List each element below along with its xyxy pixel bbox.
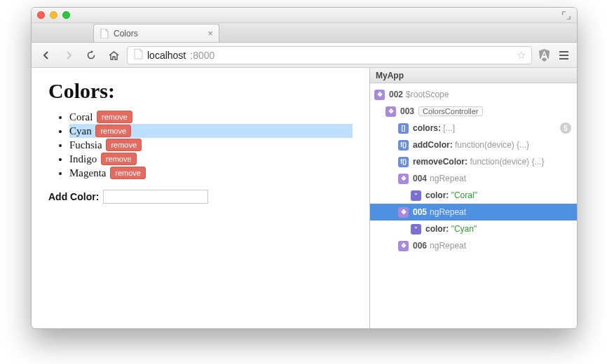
list-item: Fuchsia remove	[69, 138, 353, 152]
color-list: Coral remove Cyan remove Fuchsia remove …	[69, 110, 353, 180]
remove-button[interactable]: remove	[95, 125, 131, 137]
scope-icon: ❖	[398, 207, 409, 218]
prop-val: [...]	[443, 123, 455, 133]
fullscreen-icon[interactable]	[561, 10, 571, 20]
scope-tree: ❖ 002 $rootScope ❖ 003 ColorsController …	[370, 83, 577, 257]
tab-close-icon[interactable]: ×	[207, 28, 213, 38]
scope-icon: ❖	[398, 174, 409, 184]
tab-title: Colors	[114, 29, 138, 38]
bookmark-icon[interactable]: ☆	[517, 49, 526, 62]
add-color-row: Add Color:	[48, 190, 353, 204]
prop-key: addColor:	[413, 140, 453, 150]
reload-button[interactable]	[82, 47, 100, 64]
angular-extension-icon[interactable]	[536, 48, 552, 63]
url-port: :8000	[190, 50, 214, 61]
browser-window: Colors × localhost:8000 ☆	[31, 7, 578, 329]
color-name: Magenta	[69, 167, 106, 178]
scope-icon: ❖	[374, 90, 385, 100]
list-item: Indigo remove	[69, 152, 353, 166]
back-button[interactable]	[37, 47, 55, 64]
count-badge: 5	[560, 122, 571, 134]
prop-key: colors:	[413, 123, 441, 133]
close-window-icon[interactable]	[37, 11, 45, 19]
prop-val: function(device) {...}	[455, 140, 529, 150]
scope-id: 004	[413, 174, 427, 183]
remove-button[interactable]: remove	[106, 139, 142, 151]
zoom-window-icon[interactable]	[62, 11, 70, 19]
color-name: Coral	[69, 111, 93, 122]
tree-row-color-var[interactable]: " color: "Cyan"	[370, 220, 577, 237]
home-button[interactable]	[104, 47, 123, 64]
list-item: Coral remove	[69, 110, 353, 124]
tree-row-ngrepeat[interactable]: ❖ 005 ngRepeat	[370, 204, 577, 220]
list-item: Cyan remove	[69, 124, 353, 138]
variable-icon: "	[411, 224, 421, 234]
toolbar: localhost:8000 ☆	[32, 43, 577, 68]
prop-val: "Coral"	[451, 190, 477, 200]
color-name: Cyan	[69, 125, 92, 136]
page-heading: Colors:	[48, 79, 353, 103]
scope-id: 003	[400, 106, 414, 116]
address-bar[interactable]: localhost:8000 ☆	[127, 46, 532, 64]
function-icon: f()	[398, 140, 409, 150]
page-icon	[100, 29, 109, 38]
scope-label: ngRepeat	[430, 241, 466, 251]
tree-row-ngrepeat[interactable]: ❖ 004 ngRepeat	[370, 170, 577, 187]
tree-row-prop-addcolor[interactable]: f() addColor: function(device) {...}	[370, 136, 577, 153]
add-color-input[interactable]	[103, 190, 208, 204]
app-name: MyApp	[376, 71, 404, 80]
function-icon: f()	[398, 157, 409, 167]
remove-button[interactable]: remove	[97, 111, 132, 123]
devtools-panel: MyApp ❖ 002 $rootScope ❖ 003 ColorsContr…	[369, 68, 577, 328]
prop-key: removeColor:	[413, 157, 468, 167]
color-name: Fuchsia	[69, 139, 102, 150]
tree-row-ngrepeat[interactable]: ❖ 006 ngRepeat	[370, 237, 577, 254]
site-info-icon[interactable]	[133, 48, 143, 62]
devtools-header: MyApp	[370, 68, 577, 83]
remove-button[interactable]: remove	[110, 167, 146, 179]
titlebar	[32, 8, 577, 23]
content-area: Colors: Coral remove Cyan remove Fuchsia…	[32, 68, 577, 328]
scope-label: $rootScope	[406, 90, 449, 99]
variable-icon: "	[411, 190, 421, 201]
prop-val: function(device) {...}	[470, 157, 544, 167]
tree-row-color-var[interactable]: " color: "Coral"	[370, 187, 577, 204]
tree-row-rootscope[interactable]: ❖ 002 $rootScope	[370, 86, 577, 103]
url-host: localhost	[147, 50, 186, 61]
tree-row-prop-removecolor[interactable]: f() removeColor: function(device) {...}	[370, 153, 577, 170]
tab-colors[interactable]: Colors ×	[93, 24, 219, 42]
minimize-window-icon[interactable]	[50, 11, 57, 19]
remove-button[interactable]: remove	[101, 153, 137, 165]
scope-label: ngRepeat	[430, 174, 466, 183]
color-name: Indigo	[69, 153, 97, 164]
scope-label: ngRepeat	[430, 207, 466, 217]
page: Colors: Coral remove Cyan remove Fuchsia…	[32, 68, 369, 328]
add-color-label: Add Color:	[48, 191, 99, 202]
scope-icon: ❖	[386, 106, 396, 117]
tree-row-controller[interactable]: ❖ 003 ColorsController	[370, 103, 577, 120]
scope-id: 005	[413, 207, 427, 217]
menu-icon[interactable]	[556, 48, 571, 63]
scope-id: 006	[413, 241, 427, 251]
window-controls	[37, 11, 70, 19]
forward-button[interactable]	[60, 47, 78, 64]
list-item: Magenta remove	[69, 166, 353, 180]
array-icon: []	[398, 123, 409, 134]
tree-row-prop-colors[interactable]: [] colors: [...] 5	[370, 120, 577, 136]
scope-icon: ❖	[398, 241, 409, 251]
prop-key: color:	[425, 224, 449, 234]
controller-name: ColorsController	[418, 106, 482, 116]
scope-id: 002	[389, 90, 403, 99]
prop-val: "Cyan"	[451, 224, 477, 234]
prop-key: color:	[425, 190, 449, 200]
tab-strip: Colors ×	[32, 23, 577, 43]
